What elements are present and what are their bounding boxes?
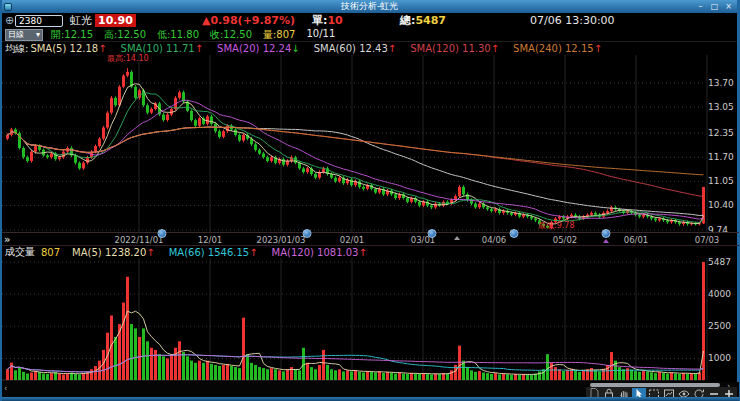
date-axis-label: 07/03: [695, 235, 720, 245]
volume-axis-label: 2500: [708, 321, 731, 331]
last-price-badge: 10.90: [95, 14, 136, 27]
ohlc-bar: 日線 ▾ 開:12.15高:12.50低:11.80收:12.50量:80710…: [2, 28, 737, 42]
volume-axis-label: 1000: [708, 353, 731, 363]
stock-name: 虹光: [70, 14, 92, 27]
date-axis-label: 02/01: [340, 235, 365, 245]
quote-bar: ⊕ 虹光 10.90 ▲0.98(+9.87%) 單:10 總:5487 07/…: [2, 13, 737, 28]
gray-triangle-marker: [454, 236, 460, 240]
date-axis-label: 2022/11/01: [115, 235, 164, 245]
volume-ma-item: MA(120) 1081.03↑: [272, 247, 367, 258]
bottom-bar: ‹ ›: [2, 382, 739, 397]
date-axis-label: 12/01: [198, 235, 223, 245]
price-axis-label: 10.40: [708, 200, 734, 210]
stock-code-input[interactable]: [15, 15, 63, 27]
low-annotation: 最低:9.78: [538, 220, 575, 231]
chevron-down-icon: ▾: [36, 30, 40, 39]
sma-legend-item: SMA(5) 12.18↑: [30, 43, 106, 54]
ohlc-item: 開:12.15: [51, 28, 93, 42]
ohlc-item: 量:807: [263, 28, 295, 42]
ohlc-item: 收:12.50: [210, 28, 252, 42]
price-change: ▲0.98(+9.87%): [202, 14, 295, 27]
expand-axis-button[interactable]: »: [4, 234, 10, 245]
date-axis-label: 2023/01/03: [257, 235, 306, 245]
period-dropdown[interactable]: 日線 ▾: [5, 29, 43, 41]
price-axis-label: 13.05: [708, 102, 734, 112]
maximize-button[interactable]: □: [708, 1, 721, 12]
date-axis-label: 04/06: [482, 235, 507, 245]
volume-axis-label: 5487: [708, 258, 731, 267]
sma-legend-label: 均線:: [5, 42, 28, 56]
unit-volume: 單:10: [312, 14, 343, 27]
event-marker-icon[interactable]: [303, 229, 312, 238]
event-marker-icon[interactable]: [602, 229, 611, 238]
price-axis-label: 12.35: [708, 128, 734, 138]
unit-label: 單:: [312, 14, 327, 27]
volume-label: 成交量: [5, 245, 35, 259]
candlestick-chart-svg[interactable]: 13.7013.0512.3511.7011.0510.409.74: [2, 55, 739, 232]
ohlc-item: 高:12.50: [104, 28, 146, 42]
volume-chart[interactable]: 5487400025001000: [2, 258, 739, 382]
period-value: 日線: [8, 29, 24, 40]
sma-legend-item: SMA(120) 11.30↑: [410, 43, 499, 54]
ohlc-item: 10/11: [306, 28, 335, 42]
total-volume: 總:5487: [400, 14, 446, 27]
volume-ma-items: MA(5) 1238.20↑MA(66) 1546.15↑MA(120) 108…: [72, 247, 367, 258]
sma-240-line: [8, 127, 704, 175]
volume-axis-label: 4000: [708, 289, 731, 299]
volume-legend-bar: 成交量 807 MA(5) 1238.20↑MA(66) 1546.15↑MA(…: [2, 246, 737, 258]
sma-legend-item: SMA(60) 12.43↑: [314, 43, 397, 54]
event-marker-icon[interactable]: [158, 229, 167, 238]
price-chart[interactable]: 13.7013.0512.3511.7011.0510.409.74 最高:14…: [2, 55, 739, 232]
title-bar: 技術分析-虹光 – □ ×: [2, 0, 737, 13]
minimize-button[interactable]: –: [694, 1, 707, 12]
app-icon: [4, 3, 12, 11]
price-axis-label: 9.74: [708, 225, 728, 232]
volume-chart-svg[interactable]: 5487400025001000: [2, 258, 739, 382]
quote-datetime: 07/06 13:30:00: [530, 14, 615, 27]
ohlc-item: 低:11.80: [157, 28, 199, 42]
ohlc-values: 開:12.15高:12.50低:11.80收:12.50量:80710/11: [51, 28, 335, 42]
sma-legend-item: SMA(20) 12.24↓: [217, 43, 300, 54]
price-axis-label: 13.70: [708, 78, 734, 88]
date-axis-label: 05/02: [553, 235, 578, 245]
event-marker-icon[interactable]: [510, 229, 519, 238]
price-axis-label: 11.70: [708, 152, 734, 162]
volume-ma-item: MA(5) 1238.20↑: [72, 247, 155, 258]
scroll-left-arrow[interactable]: ‹: [4, 384, 7, 393]
date-axis: » 2022/11/0112/012023/01/0302/0103/0104/…: [2, 232, 739, 246]
purple-triangle-marker: [603, 239, 609, 243]
close-button[interactable]: ×: [722, 1, 735, 12]
total-label: 總:: [400, 14, 415, 27]
volume-value: 807: [41, 247, 60, 258]
window-bottom-border: [2, 397, 739, 401]
app-window: 技術分析-虹光 – □ × ⊕ 虹光 10.90 ▲0.98(+9.87%) 單…: [0, 0, 740, 401]
window-title: 技術分析-虹光: [341, 0, 398, 13]
price-axis-label: 11.05: [708, 176, 734, 186]
unit-value: 10: [327, 14, 342, 27]
volume-ma-item: MA(66) 1546.15↑: [169, 247, 258, 258]
sma-20-line: [8, 100, 704, 219]
date-axis-label: 06/01: [624, 235, 649, 245]
magnifier-icon[interactable]: ⊕: [5, 14, 14, 27]
high-annotation: 最高:14.10: [107, 53, 149, 64]
sma-legend-item: SMA(240) 12.15↑: [513, 43, 602, 54]
total-value: 5487: [415, 14, 446, 27]
event-marker-icon[interactable]: [428, 229, 437, 238]
